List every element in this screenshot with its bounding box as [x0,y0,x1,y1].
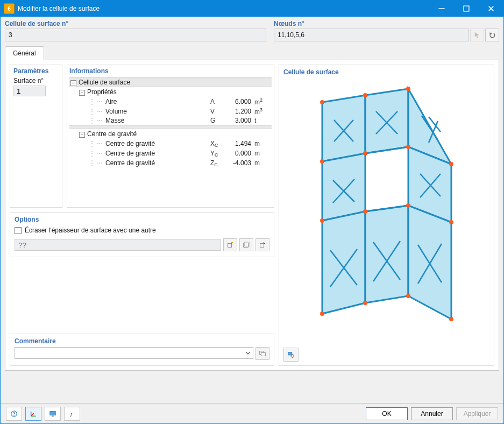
surface-preview-svg [301,78,473,347]
reverse-nodes-button[interactable] [485,29,499,41]
parameters-title: Paramètres [13,67,59,75]
informations-panel: Informations −Cellule de surface −Propri… [67,65,274,208]
dialog-body: Cellule de surface n° Nœuds n° G [1,17,503,403]
surface-number-label: Surface n° [13,77,59,84]
nodes-label: Nœuds n° [274,20,499,27]
svg-marker-10 [322,153,365,221]
dialog-footer: ƒ OK Annuler Appliquer [1,403,503,423]
edit-thickness-button[interactable] [255,238,269,251]
tree-row: ⋮⋯MasseG3.000t [69,116,272,126]
library-icon [243,241,250,249]
collapse-icon: − [79,90,85,96]
nodes-input[interactable] [274,29,469,41]
edit-icon [259,241,266,249]
cell-number-input[interactable] [5,29,266,41]
cell-number-group: Cellule de surface n° [5,20,266,41]
svg-point-17 [320,100,324,104]
info-tree: −Cellule de surface −Propriétés ⋮⋯AireA6… [69,77,272,168]
overwrite-thickness-label: Écraser l'épaisseur de surface avec une … [25,227,156,234]
ok-button[interactable]: OK [366,407,408,420]
right-column: Cellule de surface [279,65,494,366]
comment-combo[interactable] [15,347,253,359]
informations-title: Informations [69,67,272,75]
comment-title: Commentaire [15,337,269,345]
tab-general[interactable]: Général [5,46,44,60]
svg-point-22 [406,145,410,149]
close-icon [487,5,495,12]
svg-rect-6 [261,352,265,356]
svg-point-27 [449,220,453,224]
monitor-icon [49,410,56,418]
svg-point-23 [449,162,453,166]
svg-point-25 [363,209,367,214]
svg-marker-13 [365,206,408,303]
maximize-button[interactable] [454,1,479,17]
unit-cell: m2 [253,97,272,107]
units-button[interactable] [25,407,41,421]
left-column: Paramètres Surface n° Informations −Cell… [10,65,274,366]
svg-point-33 [291,355,294,357]
script-button[interactable]: ƒ [64,407,80,421]
svg-rect-4 [260,243,264,247]
tree-root-row[interactable]: −Cellule de surface [69,77,272,87]
close-button[interactable] [479,1,503,17]
tree-row: ⋮⋯AireA6.000m2 [69,97,272,107]
svg-rect-36 [50,411,56,415]
svg-point-24 [320,218,324,223]
svg-point-19 [406,87,410,91]
thickness-input[interactable] [15,239,221,251]
cursor-icon [473,31,481,39]
svg-point-30 [406,294,410,298]
tree-row: ⋮⋯VolumeV1.200m3 [69,107,272,116]
tree-row: ⋮⋯Centre de gravitéZC-4.003m [69,158,272,168]
parameters-panel: Paramètres Surface n° [10,65,62,208]
preview-viewport[interactable] [283,78,489,347]
svg-point-20 [320,159,324,164]
unit-cell: t [253,116,272,126]
nodes-group: Nœuds n° [274,20,499,41]
collapse-icon: − [70,80,76,86]
app-icon: 6 [4,3,15,14]
options-panel: Options Écraser l'épaisseur de surface a… [10,212,274,257]
cancel-button[interactable]: Annuler [411,407,453,420]
tree-cog-header[interactable]: −Centre de gravité [69,129,272,139]
maximize-icon [463,5,470,12]
unit-cell: m3 [253,107,272,116]
svg-point-31 [449,317,453,321]
surface-number-input[interactable] [13,86,46,96]
svg-text:ƒ: ƒ [70,411,73,416]
tree-props-header[interactable]: −Propriétés [69,87,272,97]
svg-marker-12 [322,211,365,314]
svg-point-35 [13,415,14,415]
preview-panel: Cellule de surface [279,65,494,366]
pick-nodes-button[interactable] [470,29,484,41]
new-icon [226,241,234,249]
svg-rect-1 [228,243,232,247]
svg-point-29 [363,301,367,305]
collapse-icon: − [79,132,85,138]
comment-pick-button[interactable] [255,347,269,360]
new-thickness-button[interactable] [223,238,237,251]
overwrite-thickness-row[interactable]: Écraser l'épaisseur de surface avec une … [15,227,269,234]
help-button[interactable] [6,407,22,421]
function-icon: ƒ [68,410,76,418]
titlebar: 6 Modifier la cellule de surface [1,1,503,17]
view-settings-button[interactable] [45,407,61,421]
svg-rect-37 [52,415,54,416]
library-thickness-button[interactable] [239,238,253,251]
minimize-button[interactable] [429,1,454,17]
svg-point-28 [320,312,324,316]
svg-point-26 [406,203,410,208]
tab-strip: Général Paramètres Surface n° I [5,46,499,371]
options-title: Options [15,216,269,223]
tree-row: ⋮⋯Centre de gravitéXC1.494m [69,139,272,149]
undo-icon [488,31,496,39]
overwrite-thickness-checkbox[interactable] [15,227,22,234]
apply-button[interactable]: Appliquer [456,407,498,420]
preview-settings-button[interactable] [283,348,299,362]
svg-point-21 [363,151,367,156]
help-icon [10,410,18,418]
dialog-window: 6 Modifier la cellule de surface Cellule… [0,0,504,424]
comment-panel: Commentaire [10,334,274,366]
minimize-icon [438,5,445,12]
